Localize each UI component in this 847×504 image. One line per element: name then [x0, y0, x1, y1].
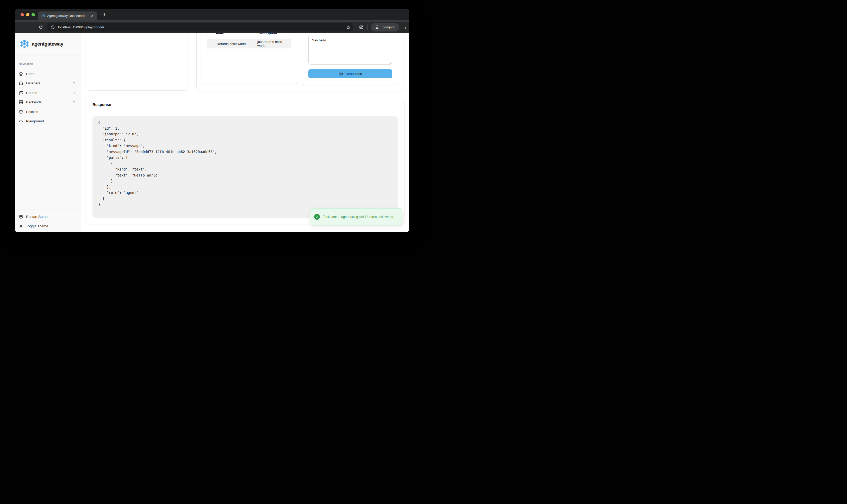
sidebar-item-label: Policies	[26, 110, 38, 114]
response-card: Response { "id": 1, "jsonrpc": "2.0", "r…	[86, 97, 405, 224]
sidebar: agentgateway Navigation Home	[15, 33, 81, 232]
nav-section-label: Navigation	[19, 62, 78, 65]
response-code-block[interactable]: { "id": 1, "jsonrpc": "2.0", "result": {…	[92, 116, 398, 218]
sidebar-item-routes[interactable]: Routes 1	[18, 88, 78, 97]
url-text[interactable]: localhost:15000/ui/playground/	[58, 25, 346, 29]
response-title: Response	[92, 102, 111, 107]
sidebar-item-count: 1	[73, 91, 78, 95]
sidebar-item-policies[interactable]: Policies	[18, 107, 78, 116]
close-tab-icon[interactable]: ✕	[90, 14, 94, 18]
playground-main: Name Description Returns hello world jus…	[81, 33, 409, 232]
sidebar-item-label: Playground	[26, 119, 44, 123]
maximize-window-button[interactable]	[32, 13, 35, 16]
home-icon	[19, 72, 23, 76]
sidebar-logo[interactable]: agentgateway	[15, 33, 81, 55]
skills-table-header: Name Description	[215, 33, 277, 35]
bookmark-star-icon[interactable]	[346, 25, 351, 30]
bot-message-icon	[339, 72, 343, 76]
browser-toolbar: ← → localhost:15000/ui/playground/	[15, 22, 409, 33]
column-header-name: Name	[215, 33, 258, 35]
address-bar[interactable]: localhost:15000/ui/playground/	[47, 23, 353, 32]
sidebar-item-listeners[interactable]: Listeners 1	[18, 78, 78, 88]
success-toast[interactable]: Task sent to agent using skill Returns h…	[310, 208, 402, 226]
browser-menu-icon[interactable]: ⋮	[403, 25, 408, 30]
server-icon	[19, 100, 23, 104]
toggle-theme-button[interactable]: Toggle Theme	[18, 221, 78, 231]
close-window-button[interactable]	[21, 13, 24, 16]
task-card: Say hello	[302, 33, 398, 85]
incognito-icon	[374, 25, 380, 30]
incognito-label: Incognito	[382, 25, 395, 29]
success-check-icon	[314, 214, 320, 220]
sidebar-item-count: 1	[73, 81, 78, 85]
skill-name: Returns hello world	[217, 42, 257, 46]
browser-window: Agentgateway Dashboard ✕ + ← → localhost…	[15, 9, 409, 232]
code-icon	[19, 119, 23, 123]
tab-title: Agentgateway Dashboard	[47, 14, 90, 18]
browser-tab[interactable]: Agentgateway Dashboard ✕	[38, 12, 97, 20]
tab-search-icon[interactable]	[359, 25, 364, 30]
restart-setup-button[interactable]: Restart Setup	[18, 212, 78, 221]
task-message-input[interactable]: Say hello	[308, 35, 392, 65]
response-json: { "id": 1, "jsonrpc": "2.0", "result": {…	[98, 120, 392, 208]
restart-setup-label: Restart Setup	[26, 215, 48, 219]
sidebar-item-home[interactable]: Home	[18, 69, 78, 78]
gear-icon	[19, 215, 23, 219]
new-tab-button[interactable]: +	[101, 11, 108, 18]
back-button[interactable]: ←	[18, 25, 26, 30]
window-controls	[21, 13, 35, 16]
sidebar-item-count: 1	[73, 100, 78, 104]
sidebar-item-backends[interactable]: Backends 1	[18, 97, 78, 107]
shield-icon	[19, 110, 23, 114]
send-task-label: Send Task	[346, 72, 362, 76]
logo-text: agentgateway	[32, 41, 63, 47]
sidebar-item-label: Listeners	[26, 81, 40, 85]
reload-button[interactable]	[37, 25, 45, 30]
headphones-icon	[19, 81, 23, 85]
skills-card: Name Description Returns hello world jus…	[201, 33, 298, 84]
forward-button[interactable]: →	[27, 25, 35, 30]
sidebar-nav: Navigation Home	[15, 55, 81, 123]
send-task-button[interactable]: Send Task	[308, 69, 392, 78]
sidebar-footer: Restart Setup Toggle Theme	[15, 210, 81, 232]
sidebar-item-label: Backends	[26, 100, 41, 104]
site-info-icon[interactable]	[51, 25, 55, 30]
table-row-skill[interactable]: Returns hello world just returns hello w…	[207, 39, 291, 49]
minimize-window-button[interactable]	[26, 13, 30, 16]
sidebar-item-label: Routes	[26, 91, 37, 95]
tab-strip: Agentgateway Dashboard ✕ +	[15, 9, 409, 20]
agent-card	[86, 33, 188, 91]
route-icon	[19, 91, 23, 95]
skills-task-container: Name Description Returns hello world jus…	[196, 33, 404, 91]
toggle-theme-label: Toggle Theme	[26, 224, 48, 228]
sidebar-item-label: Home	[26, 72, 35, 76]
skill-description: just returns hello world	[257, 40, 291, 48]
toolbar-separator	[367, 24, 368, 30]
page-content: agentgateway Navigation Home	[15, 33, 409, 232]
sidebar-item-playground[interactable]: Playground	[18, 116, 78, 126]
incognito-badge: Incognito	[371, 23, 399, 32]
toolbar-right: Incognito ⋮	[359, 23, 408, 32]
agentgateway-logo-icon	[19, 39, 30, 49]
column-header-description: Description	[258, 33, 277, 35]
sun-icon	[19, 224, 23, 228]
favicon-agentgateway-icon	[41, 14, 45, 18]
toast-message: Task sent to agent using skill Returns h…	[323, 215, 397, 219]
